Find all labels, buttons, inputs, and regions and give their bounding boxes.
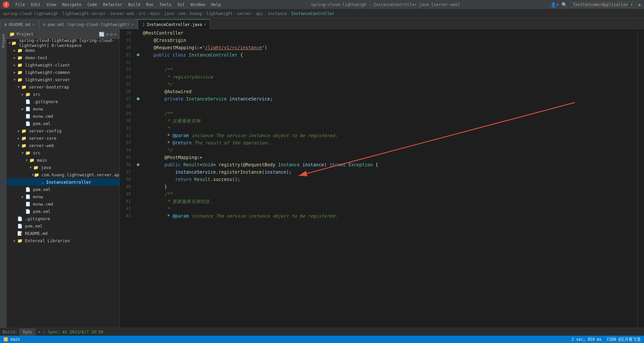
token-comment: * [167, 206, 170, 211]
breadcrumb-part[interactable]: huang [190, 11, 202, 16]
menu-item-window[interactable]: Window [188, 2, 208, 8]
token-comment: * registryService [167, 74, 213, 80]
tree-label: .gitignore [33, 99, 58, 104]
line-gutter [135, 81, 141, 88]
breadcrumb-part[interactable]: server-web [110, 11, 134, 16]
tree-item-mvnw-cmd1[interactable]: 📃mvnw.cmd [7, 112, 119, 120]
tab-instance[interactable]: J InstanceController.java × [138, 19, 210, 29]
settings-icon[interactable]: ⚙ [110, 32, 112, 37]
tree-item-src[interactable]: ▶📁src [7, 90, 119, 98]
tree-item-readme[interactable]: 📝README.md [7, 230, 119, 237]
token-javadoc-tag: @return [172, 140, 191, 145]
tree-item-server-bootstrap[interactable]: ▼📁server-bootstrap [7, 83, 119, 90]
token-str: " [202, 45, 205, 50]
tree-item-demo-test[interactable]: ▶📁demo-test [7, 54, 119, 61]
line-number: 40 [120, 190, 135, 198]
line-number: 38 [120, 176, 135, 183]
sync-close[interactable]: × [38, 330, 40, 334]
line-content: public class InstanceController { [141, 51, 637, 59]
menu-item-view[interactable]: View [44, 2, 59, 8]
user-icon[interactable]: 👤▾ [550, 2, 559, 7]
tree-item-lightweight-client[interactable]: ▶📁lightweight-client [7, 61, 119, 69]
tree-item-pom-xml2[interactable]: 📄pom.xml [7, 186, 119, 193]
tree-item-InstanceController[interactable]: ☕InstanceController [7, 178, 119, 186]
run-button[interactable]: ▶ [639, 2, 641, 7]
tree-item-java[interactable]: ▼📁java [7, 164, 119, 171]
menu-item-edit[interactable]: Edit [28, 2, 43, 8]
menu-item-build[interactable]: Build [125, 2, 143, 8]
breadcrumb-part[interactable]: lightweight-server [62, 11, 106, 16]
tree-item-gitignore1[interactable]: 📄.gitignore [7, 98, 119, 105]
runnable-indicator[interactable] [137, 54, 139, 56]
line-gutter [135, 154, 141, 161]
tree-item-pom-xml3[interactable]: 📄pom.xml [7, 208, 119, 215]
breadcrumb-part[interactable]: spring-cloud-lightweigh [3, 11, 58, 16]
tree-item-mvnw-cmd2[interactable]: 📃mvnw.cmd [7, 200, 119, 208]
tree-item-lightweight-common[interactable]: ▶📁lightweight-common [7, 69, 119, 76]
file-icon-xml-icon: 📄 [25, 121, 31, 126]
close-sidebar-icon[interactable]: × [114, 32, 117, 37]
code-line-31: 31 * [120, 124, 637, 132]
tree-item-server-config[interactable]: ▶📁server-config [7, 127, 119, 134]
breadcrumb-part[interactable]: src [138, 11, 146, 16]
runnable-indicator[interactable] [137, 163, 139, 166]
tree-item-main[interactable]: ▼📁main [7, 156, 119, 164]
tree-arrow: ▶ [12, 56, 17, 60]
tree-label: pom.xml [25, 224, 43, 229]
collapse-icon[interactable]: ≡ [106, 32, 108, 37]
folder-icon-icon: 📁 [17, 55, 23, 60]
menu-item-git[interactable]: Git [175, 2, 187, 8]
branch-name[interactable]: main [11, 337, 20, 342]
line-number: 37 [120, 168, 135, 176]
tab-close-instance[interactable]: × [204, 22, 206, 27]
code-line-19: 19 @CrossOrigin [120, 37, 637, 44]
tree-label: mvnw.cmd [33, 114, 53, 119]
run-config[interactable]: TestConsumerApplication ▾ [570, 2, 636, 7]
code-editor[interactable]: 18@RestController19 @CrossOrigin20 @Requ… [120, 29, 637, 328]
tab-close-pom[interactable]: × [131, 22, 134, 27]
menu-item-run[interactable]: Run [143, 2, 156, 8]
tree-item-gitignore2[interactable]: 📄.gitignore [7, 215, 119, 222]
menu-item-navigate[interactable]: Navigate [60, 2, 84, 8]
tree-item-pom-xml1[interactable]: 📄pom.xml [7, 120, 119, 127]
tree-item-server-core[interactable]: ▶📁server-core [7, 134, 119, 142]
tree-item-server-web[interactable]: ▼📁server-web [7, 142, 119, 149]
menu-item-refactor[interactable]: Refactor [100, 2, 125, 8]
tree-item-external-libs[interactable]: ▶📁External Libraries [7, 237, 119, 244]
breadcrumb-part[interactable]: com [178, 11, 185, 16]
line-number: 22 [120, 59, 135, 66]
tab-close-readme[interactable]: × [32, 22, 35, 27]
sync-icon[interactable]: 🔄 [99, 32, 105, 37]
tree-item-src2[interactable]: ▼📁src [7, 149, 119, 156]
tree-item-mvnw1[interactable]: ▶📃mvnw [7, 105, 119, 112]
tab-readme[interactable]: m README.md × [0, 19, 39, 29]
project-tab[interactable]: Project [1, 31, 6, 51]
breadcrumb-part[interactable]: api [256, 11, 263, 16]
tree-item-pom-xml-root[interactable]: 📄pom.xml [7, 222, 119, 230]
breadcrumb-part[interactable]: java [164, 11, 174, 16]
tree-label: External Libraries [25, 238, 70, 243]
breakpoint-dot[interactable] [137, 97, 139, 100]
tree-item-com-huang[interactable]: ▼📁com.huang.lightweight.server.api.insta… [7, 171, 119, 178]
tree-item-mvnw2[interactable]: ▶📃mvnw [7, 193, 119, 200]
tree-item-lightweight-server[interactable]: ▼📁lightweight-server [7, 76, 119, 83]
menu-item-file[interactable]: File [13, 2, 28, 8]
tab-icon-xml: m [43, 22, 46, 27]
breadcrumb-part[interactable]: server [237, 11, 251, 16]
line-number: 30 [120, 117, 135, 124]
token-comment: instance [189, 213, 216, 219]
breadcrumb-part[interactable]: lightweight [206, 11, 233, 16]
sync-tab[interactable]: Sync [20, 329, 35, 335]
menu-item-help[interactable]: Help [208, 2, 223, 8]
breadcrumb-part[interactable]: main [150, 11, 160, 16]
line-gutter [135, 66, 141, 73]
code-line-25: 25 */ [120, 81, 637, 88]
search-icon[interactable]: 🔍 [561, 2, 567, 7]
tree-item-root[interactable]: ▼📁spring-cloud-lightweigh [spring-cloud-… [7, 39, 119, 47]
code-line-22: 22 [120, 59, 637, 66]
breadcrumb-part[interactable]: instance [268, 11, 287, 16]
menu-item-code[interactable]: Code [85, 2, 100, 8]
token-comment: The service instance object to be regist… [216, 133, 337, 138]
menu-item-tools[interactable]: Tools [157, 2, 174, 8]
tab-pom[interactable]: m pom.xml (spring-cloud-lightweight) × [39, 19, 138, 29]
